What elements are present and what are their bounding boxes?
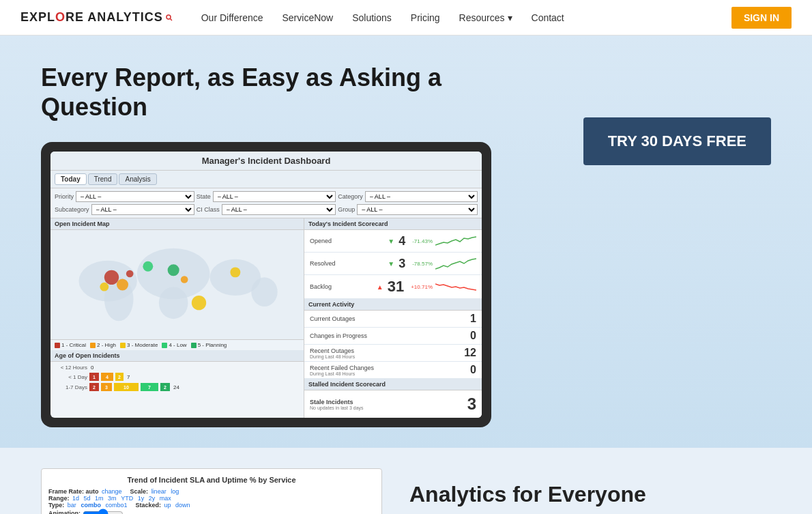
filter-ciclass[interactable]: – ALL – — [222, 204, 336, 215]
scale-linear[interactable]: linear — [151, 488, 166, 495]
nav-our-difference[interactable]: Our Difference — [201, 12, 263, 23]
hero-right: TRY 30 DAYS FREE — [583, 63, 771, 165]
incident-map — [50, 230, 304, 339]
range-1d[interactable]: 1d — [72, 495, 79, 502]
range-1y[interactable]: 1y — [138, 495, 145, 502]
svg-point-14 — [181, 276, 188, 284]
map-legend: 1 - Critical 2 - High 3 - Moderate 4 - L… — [50, 339, 304, 350]
bar-seg: 4 — [101, 373, 113, 381]
filter-subcategory[interactable]: – ALL – — [91, 204, 194, 215]
svg-point-13 — [168, 265, 179, 276]
db-tab-today[interactable]: Today — [55, 173, 87, 185]
chart-controls: Frame Rate: auto change Scale: linear lo… — [48, 488, 375, 514]
svg-point-8 — [104, 270, 119, 285]
activity-changes-in-progress: Changes in Progress 0 — [304, 328, 482, 345]
nav-pricing[interactable]: Pricing — [411, 12, 440, 23]
range-ytd[interactable]: YTD — [121, 495, 133, 502]
activity-current-outages: Current Outages 1 — [304, 311, 482, 328]
range-5d[interactable]: 5d — [84, 495, 91, 502]
animation-slider[interactable] — [83, 509, 124, 514]
nav-solutions[interactable]: Solutions — [352, 12, 392, 23]
db-body: Open Incident Map — [50, 218, 482, 418]
type-combo[interactable]: combo — [81, 502, 101, 509]
db-tabs: Today Trend Analysis — [50, 171, 482, 188]
filter-label-ciclass: CI Class — [197, 206, 220, 213]
filter-label-category: Category — [338, 193, 363, 200]
scorecard-title: Today's Incident Scorecard — [304, 218, 482, 230]
filter-label-subcategory: Subcategory — [55, 206, 89, 213]
bar-seg: 2 — [89, 383, 99, 391]
bar-label-1d: < 1 Day — [55, 374, 87, 380]
nav-logo: EXPLORE ANALYTICS — [20, 10, 174, 25]
bar-label-7d: 1-7 Days — [55, 384, 87, 390]
activity-recent-failed-changes: Recent Failed Changes During Last 48 Hou… — [304, 362, 482, 379]
nav-links: Our Difference ServiceNow Solutions Pric… — [201, 12, 731, 23]
hero-section: Every Report, as Easy as Asking a Questi… — [0, 35, 812, 448]
db-tab-trend[interactable]: Trend — [88, 173, 118, 185]
trend-chart: Trend of Incident SLA and Uptime % by Se… — [41, 468, 382, 514]
map-title: Open Incident Map — [50, 218, 304, 230]
age-title: Age of Open Incidents — [50, 350, 304, 362]
nav-contact[interactable]: Contact — [532, 12, 564, 23]
db-title: Manager's Incident Dashboard — [50, 152, 482, 171]
svg-point-12 — [143, 261, 153, 272]
arrow-up-icon: ▲ — [377, 283, 383, 291]
scorecard-opened: Opened ▼ 4 -71.43% — [304, 230, 482, 253]
scorecard-resolved: Resolved ▼ 3 -78.57% — [304, 253, 482, 275]
stale-value: 3 — [467, 395, 476, 414]
arrow-down-icon: ▼ — [388, 238, 394, 245]
bar-label-12h: < 12 Hours — [55, 365, 87, 371]
filter-group[interactable]: – ALL – — [357, 204, 478, 215]
filter-label-group: Group — [338, 206, 355, 213]
stacked-up[interactable]: up — [164, 502, 171, 509]
bar-seg: 1 — [89, 373, 99, 381]
range-3m[interactable]: 3m — [108, 495, 117, 502]
type-bar[interactable]: bar — [68, 502, 76, 509]
signin-button[interactable]: SIGN IN — [731, 7, 792, 29]
db-left-col: Open Incident Map — [50, 218, 304, 418]
range-2y[interactable]: 2y — [149, 495, 156, 502]
range-1m[interactable]: 1m — [95, 495, 104, 502]
svg-point-16 — [192, 296, 206, 310]
hero-title: Every Report, as Easy as Asking a Questi… — [41, 63, 542, 122]
db-tab-analysis[interactable]: Analysis — [119, 173, 156, 185]
bar-total-7d: 24 — [173, 384, 179, 390]
filter-label-state: State — [197, 193, 211, 200]
section2: Trend of Incident SLA and Uptime % by Se… — [0, 448, 812, 514]
activity-title: Current Activity — [304, 299, 482, 311]
bar-total-12h: 0 — [91, 365, 93, 371]
navigation: EXPLORE ANALYTICS Our Difference Service… — [0, 0, 812, 35]
section2-left: Trend of Incident SLA and Uptime % by Se… — [41, 468, 382, 514]
scorecard-backlog: Backlog ▲ 31 +10.71% — [304, 275, 482, 299]
svg-point-9 — [117, 279, 128, 291]
bar-seg: 2 — [160, 383, 170, 391]
section2-right: Analytics for Everyone A few simple clic… — [409, 468, 771, 514]
activity-recent-outages: Recent Outages During Last 48 Hours 12 — [304, 345, 482, 362]
nav-resources[interactable]: Resources ▾ — [459, 12, 512, 23]
db-filters: Priority– ALL – State– ALL – Category– A… — [50, 188, 482, 218]
nav-servicenow[interactable]: ServiceNow — [282, 12, 334, 23]
svg-point-10 — [100, 283, 108, 291]
stale-title: Stalled Incident Scorecard — [304, 379, 482, 390]
filter-category[interactable]: – ALL – — [365, 191, 478, 202]
change-frame-rate[interactable]: change — [102, 488, 122, 495]
section2-title: Analytics for Everyone — [409, 482, 771, 507]
age-bars: < 12 Hours 0 < 1 Day 1 4 2 7 — [50, 362, 304, 396]
stacked-down[interactable]: down — [175, 502, 190, 509]
arrow-down-icon: ▼ — [388, 260, 394, 268]
svg-line-1 — [170, 19, 172, 21]
stale-row: Stale Incidents No updates in last 3 day… — [304, 390, 482, 418]
scale-log[interactable]: log — [171, 488, 179, 495]
cta-button[interactable]: TRY 30 DAYS FREE — [583, 117, 771, 165]
bar-seg: 2 — [115, 373, 124, 381]
chart-title: Trend of Incident SLA and Uptime % by Se… — [48, 476, 375, 484]
bar-total-1d: 7 — [127, 374, 130, 380]
bar-seg: 10 — [114, 383, 139, 391]
svg-point-11 — [126, 270, 134, 278]
sparkline-resolved — [435, 255, 476, 272]
filter-state[interactable]: – ALL – — [213, 191, 336, 202]
range-max[interactable]: max — [160, 495, 171, 502]
bar-seg: 3 — [101, 383, 112, 391]
type-combo1[interactable]: combo1 — [105, 502, 127, 509]
filter-priority[interactable]: – ALL – — [76, 191, 194, 202]
